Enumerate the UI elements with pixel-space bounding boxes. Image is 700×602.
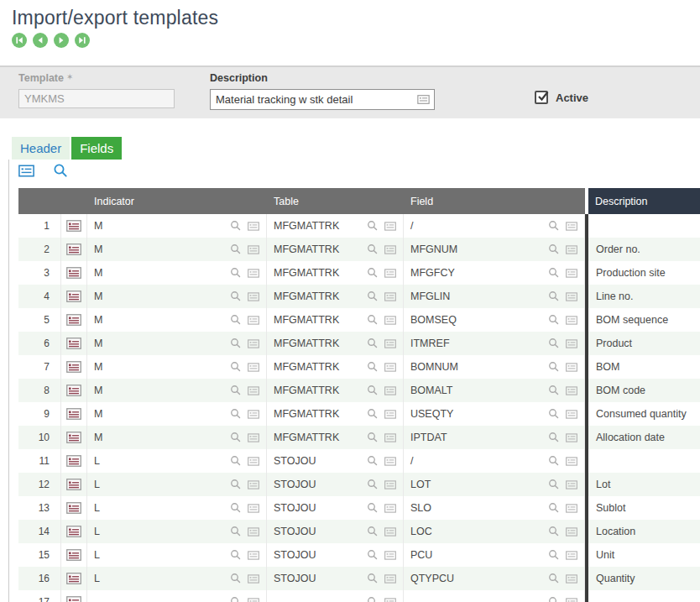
selection-list-icon[interactable] (248, 433, 259, 442)
lookup-icon[interactable] (367, 361, 379, 373)
selection-list-icon[interactable] (384, 433, 396, 442)
description-value[interactable]: Sublot (588, 502, 700, 514)
field-value[interactable]: BOMSEQ (404, 314, 548, 326)
lookup-icon[interactable] (367, 432, 379, 443)
selection-list-icon[interactable] (384, 245, 396, 254)
field-value[interactable]: SLO (404, 502, 548, 514)
row-detail-icon[interactable] (66, 408, 81, 420)
row-detail-icon[interactable] (66, 573, 81, 584)
table-value[interactable]: STOJOU (267, 549, 367, 561)
lookup-icon[interactable] (230, 549, 242, 561)
lookup-icon[interactable] (230, 385, 242, 396)
previous-record-button[interactable] (33, 33, 48, 48)
selection-list-icon[interactable] (384, 504, 396, 513)
table-value[interactable]: MFGMATTRK (267, 385, 367, 396)
indicator-value[interactable]: L (87, 549, 230, 561)
field-value[interactable]: QTYPCU (404, 573, 548, 584)
lookup-icon[interactable] (230, 455, 242, 467)
lookup-icon[interactable] (367, 526, 379, 537)
selection-list-icon[interactable] (248, 410, 259, 419)
description-value[interactable]: Line no. (588, 291, 700, 302)
lookup-icon[interactable] (230, 479, 242, 490)
lookup-icon[interactable] (548, 432, 560, 443)
column-header-description[interactable]: Description (588, 188, 700, 214)
description-value[interactable]: Lot (588, 479, 700, 490)
lookup-icon[interactable] (230, 573, 242, 584)
lookup-icon[interactable] (367, 267, 379, 279)
selection-list-icon[interactable] (248, 480, 259, 489)
lookup-icon[interactable] (548, 408, 560, 420)
selection-list-icon[interactable] (566, 598, 577, 602)
description-input[interactable] (216, 93, 417, 106)
lookup-icon[interactable] (230, 267, 242, 279)
table-value[interactable]: MFGMATTRK (267, 408, 367, 420)
description-value[interactable]: Quantity (588, 573, 700, 584)
lookup-icon[interactable] (548, 455, 560, 467)
row-detail-icon[interactable] (66, 291, 81, 302)
selection-list-icon[interactable] (248, 574, 259, 584)
indicator-value[interactable]: L (87, 479, 230, 490)
table-value[interactable]: MFGMATTRK (267, 267, 367, 279)
row-detail-icon[interactable] (66, 361, 81, 373)
row-detail-icon[interactable] (66, 502, 81, 514)
selection-list-icon[interactable] (248, 245, 259, 254)
column-header-table[interactable]: Table (267, 188, 404, 214)
description-value[interactable]: Production site (588, 267, 700, 279)
lookup-icon[interactable] (367, 220, 379, 232)
selection-list-icon[interactable] (384, 339, 396, 348)
table-value[interactable]: MFGMATTRK (267, 361, 367, 373)
lookup-icon[interactable] (548, 243, 560, 255)
selection-list-icon[interactable] (566, 574, 577, 584)
row-detail-icon[interactable] (66, 220, 81, 232)
lookup-icon[interactable] (367, 455, 379, 467)
tab-fields[interactable]: Fields (71, 137, 122, 160)
column-header-indicator[interactable]: Indicator (87, 188, 267, 214)
next-record-button[interactable] (54, 33, 69, 48)
selection-list-icon[interactable] (248, 316, 259, 325)
field-value[interactable]: / (404, 455, 548, 467)
selection-list-icon[interactable] (384, 386, 396, 395)
indicator-value[interactable]: M (87, 385, 230, 396)
selection-list-icon[interactable] (566, 339, 577, 348)
field-value[interactable]: MFGNUM (404, 243, 548, 255)
selection-list-icon[interactable] (384, 363, 396, 372)
selection-list-icon[interactable] (248, 598, 259, 602)
row-detail-icon[interactable] (66, 549, 81, 561)
selection-list-icon[interactable] (566, 363, 577, 372)
lookup-icon[interactable] (230, 408, 242, 420)
selection-list-icon[interactable] (384, 222, 396, 231)
description-value[interactable]: BOM code (588, 385, 700, 396)
description-value[interactable]: BOM sequence (588, 314, 700, 326)
selection-list-icon[interactable] (384, 292, 396, 301)
lookup-icon[interactable] (548, 314, 560, 326)
description-value[interactable]: Location (588, 526, 700, 537)
selection-list-icon[interactable] (248, 222, 259, 231)
lookup-icon[interactable] (367, 549, 379, 561)
description-value[interactable]: Product (588, 338, 700, 349)
selection-list-icon[interactable] (248, 457, 259, 466)
selection-list-icon[interactable] (248, 527, 259, 537)
field-value[interactable]: LOT (404, 479, 548, 490)
selection-list-icon[interactable] (566, 551, 577, 560)
selection-list-icon[interactable] (566, 527, 577, 537)
lookup-icon[interactable] (230, 314, 242, 326)
lookup-icon[interactable] (367, 314, 379, 326)
field-value[interactable]: IPTDAT (404, 432, 548, 443)
lookup-icon[interactable] (548, 502, 560, 514)
selection-list-icon[interactable] (384, 551, 396, 560)
field-value[interactable]: LOC (404, 526, 548, 537)
lookup-icon[interactable] (367, 502, 379, 514)
indicator-value[interactable]: M (87, 314, 230, 326)
table-value[interactable]: STOJOU (267, 479, 367, 490)
field-value[interactable]: BOMNUM (404, 361, 548, 373)
selection-list-icon[interactable] (566, 316, 577, 325)
selection-list-icon[interactable] (384, 269, 396, 278)
lookup-icon[interactable] (367, 338, 379, 349)
selection-list-icon[interactable] (248, 269, 259, 278)
selection-list-icon[interactable] (384, 574, 396, 584)
lookup-icon[interactable] (230, 526, 242, 537)
lookup-icon[interactable] (367, 573, 379, 584)
selection-list-icon[interactable] (384, 527, 396, 537)
lookup-icon[interactable] (548, 526, 560, 537)
lookup-icon[interactable] (230, 243, 242, 255)
